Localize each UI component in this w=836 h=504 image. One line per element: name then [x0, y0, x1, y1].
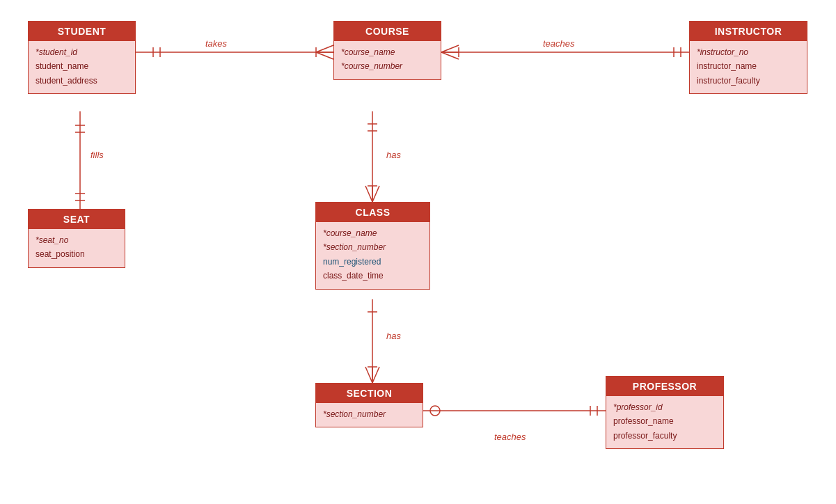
svg-line-3 [316, 45, 333, 52]
course-field-2: *course_number [341, 59, 434, 73]
rel-teaches-instructor: teaches [543, 38, 575, 49]
rel-fills: fills [90, 150, 104, 160]
instructor-field-3: instructor_faculty [697, 74, 800, 88]
entity-professor-body: *professor_id professor_name professor_f… [606, 396, 723, 448]
rel-teaches-professor: teaches [494, 432, 526, 442]
entity-section-header: SECTION [316, 384, 423, 403]
svg-line-28 [365, 367, 372, 383]
student-field-2: student_name [36, 59, 128, 73]
instructor-field-2: instructor_name [697, 59, 800, 73]
entity-course: COURSE *course_name *course_number [333, 21, 441, 80]
entity-course-body: *course_name *course_number [334, 41, 441, 79]
rel-has-class: has [386, 150, 401, 160]
course-field-1: *course_name [341, 45, 434, 59]
svg-point-33 [430, 406, 440, 416]
entity-class: CLASS *course_name *section_number num_r… [315, 202, 430, 290]
entity-instructor-body: *instructor_no instructor_name instructo… [690, 41, 807, 93]
entity-section-body: *section_number [316, 403, 423, 427]
entity-section: SECTION *section_number [315, 383, 423, 427]
student-field-1: *student_id [36, 45, 128, 59]
entity-course-header: COURSE [334, 22, 441, 41]
svg-line-30 [372, 367, 379, 383]
class-field-1: *course_name [323, 226, 423, 240]
entity-professor: PROFESSOR *professor_id professor_name p… [606, 376, 724, 449]
diagram-container: takes teaches fills has has teaches STUD… [0, 0, 836, 504]
entity-instructor-header: INSTRUCTOR [690, 22, 807, 41]
entity-seat-header: SEAT [29, 210, 125, 229]
class-field-3: num_registered [323, 255, 423, 269]
instructor-field-1: *instructor_no [697, 45, 800, 59]
entity-professor-header: PROFESSOR [606, 377, 723, 396]
entity-student: STUDENT *student_id student_name student… [28, 21, 136, 94]
svg-line-24 [372, 186, 379, 202]
entity-student-header: STUDENT [29, 22, 135, 41]
entity-student-body: *student_id student_name student_address [29, 41, 135, 93]
professor-field-3: professor_faculty [613, 429, 716, 443]
entity-class-body: *course_name *section_number num_registe… [316, 222, 429, 289]
rel-takes: takes [205, 38, 227, 49]
svg-line-8 [441, 45, 459, 52]
rel-has-section: has [386, 331, 401, 341]
professor-field-1: *professor_id [613, 400, 716, 414]
svg-line-10 [441, 52, 459, 59]
entity-instructor: INSTRUCTOR *instructor_no instructor_nam… [689, 21, 807, 94]
section-field-1: *section_number [323, 407, 416, 421]
student-field-3: student_address [36, 74, 128, 88]
class-field-2: *section_number [323, 240, 423, 254]
svg-line-22 [365, 186, 372, 202]
svg-line-5 [316, 52, 333, 59]
entity-seat: SEAT *seat_no seat_position [28, 209, 125, 268]
entity-class-header: CLASS [316, 203, 429, 222]
seat-field-1: *seat_no [36, 233, 118, 247]
professor-field-2: professor_name [613, 414, 716, 428]
entity-seat-body: *seat_no seat_position [29, 229, 125, 267]
seat-field-2: seat_position [36, 247, 118, 261]
class-field-4: class_date_time [323, 269, 423, 283]
